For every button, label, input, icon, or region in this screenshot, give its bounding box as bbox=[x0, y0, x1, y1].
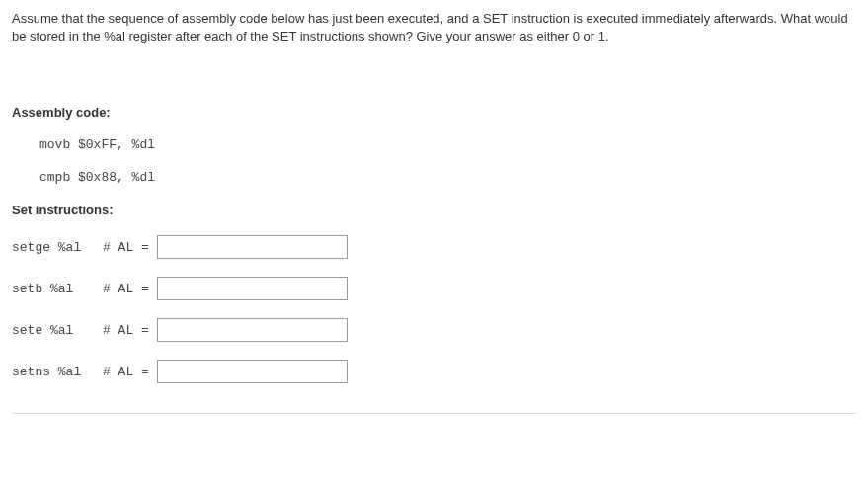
answer-input-sete[interactable] bbox=[157, 318, 348, 342]
code-line-2: cmpb $0x88, %dl bbox=[39, 170, 856, 185]
set-instruction: setns %al bbox=[12, 365, 103, 379]
divider bbox=[12, 413, 856, 414]
assembly-code-label: Assembly code: bbox=[12, 105, 856, 120]
code-line-1: movb $0xFF, %dl bbox=[39, 137, 856, 152]
question-text: Assume that the sequence of assembly cod… bbox=[12, 10, 856, 45]
al-equals-label: # AL = bbox=[103, 365, 149, 379]
answer-input-setns[interactable] bbox=[157, 360, 348, 383]
set-instruction: sete %al bbox=[12, 323, 103, 338]
al-equals-label: # AL = bbox=[103, 323, 149, 338]
set-row: setb %al # AL = bbox=[12, 277, 856, 300]
set-row: setge %al # AL = bbox=[12, 235, 856, 259]
set-row: sete %al # AL = bbox=[12, 318, 856, 342]
set-instruction: setge %al bbox=[12, 240, 103, 255]
answer-input-setge[interactable] bbox=[157, 235, 348, 259]
al-equals-label: # AL = bbox=[103, 282, 149, 296]
set-row: setns %al # AL = bbox=[12, 360, 856, 383]
answer-input-setb[interactable] bbox=[157, 277, 348, 300]
al-equals-label: # AL = bbox=[103, 240, 149, 255]
set-instruction: setb %al bbox=[12, 282, 103, 296]
set-instructions-label: Set instructions: bbox=[12, 203, 856, 217]
